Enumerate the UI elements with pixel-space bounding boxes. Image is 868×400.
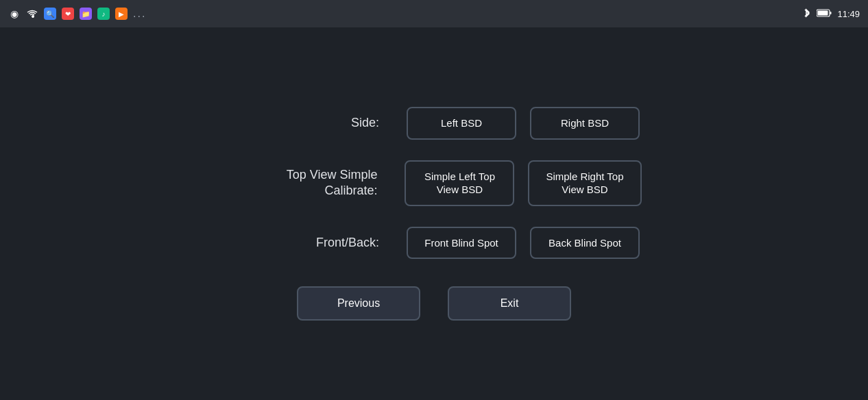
simple-right-top-view-bsd-button[interactable]: Simple Right Top View BSD <box>528 160 641 206</box>
top-view-label-line1: Top View Simple <box>287 168 378 182</box>
back-blind-spot-button[interactable]: Back Blind Spot <box>530 227 640 260</box>
top-view-label-line2: Calibrate: <box>324 184 377 197</box>
simple-left-top-view-bsd-button[interactable]: Simple Left Top View BSD <box>405 160 514 206</box>
svg-rect-1 <box>830 12 832 14</box>
front-back-label: Front/Back: <box>228 235 379 251</box>
simple-left-btn-line2: View BSD <box>437 184 483 195</box>
search-icon[interactable]: 🔍 <box>44 8 56 20</box>
app1-icon[interactable]: ❤ <box>62 8 74 20</box>
side-label: Side: <box>228 115 379 131</box>
simple-right-btn-line1: Simple Right Top <box>546 171 623 182</box>
battery-icon <box>817 9 832 19</box>
app4-icon[interactable]: ▶ <box>115 8 128 20</box>
right-bsd-button[interactable]: Right BSD <box>530 107 640 140</box>
front-back-row: Front/Back: Front Blind Spot Back Blind … <box>0 227 868 260</box>
svg-rect-2 <box>818 10 828 15</box>
app3-icon[interactable]: ♪ <box>97 8 110 20</box>
security-icon: ◉ <box>8 8 21 20</box>
exit-button[interactable]: Exit <box>448 286 571 321</box>
main-content: Side: Left BSD Right BSD Top View Simple… <box>0 27 868 400</box>
menubar-right: 11:49 <box>803 8 860 21</box>
top-view-label: Top View Simple Calibrate: <box>226 167 377 199</box>
side-buttons: Left BSD Right BSD <box>407 107 640 140</box>
app2-icon[interactable]: 📁 <box>80 8 92 20</box>
menubar-left: ◉ 🔍 ❤ 📁 ♪ ▶ ... <box>8 8 146 20</box>
front-blind-spot-button[interactable]: Front Blind Spot <box>407 227 516 260</box>
left-bsd-button[interactable]: Left BSD <box>407 107 516 140</box>
time-display: 11:49 <box>837 9 860 19</box>
top-view-buttons: Simple Left Top View BSD Simple Right To… <box>405 160 641 206</box>
simple-right-btn-line2: View BSD <box>562 184 607 195</box>
bluetooth-icon <box>803 8 811 21</box>
menubar: ◉ 🔍 ❤ 📁 ♪ ▶ ... 11:4 <box>0 0 868 27</box>
wifi-icon <box>26 8 38 20</box>
more-apps-dots[interactable]: ... <box>133 8 146 20</box>
side-row: Side: Left BSD Right BSD <box>0 107 868 140</box>
top-view-row: Top View Simple Calibrate: Simple Left T… <box>0 160 868 206</box>
simple-left-btn-line1: Simple Left Top <box>424 171 495 182</box>
front-back-buttons: Front Blind Spot Back Blind Spot <box>407 227 640 260</box>
previous-button[interactable]: Previous <box>297 286 420 321</box>
nav-row: Previous Exit <box>297 286 571 321</box>
